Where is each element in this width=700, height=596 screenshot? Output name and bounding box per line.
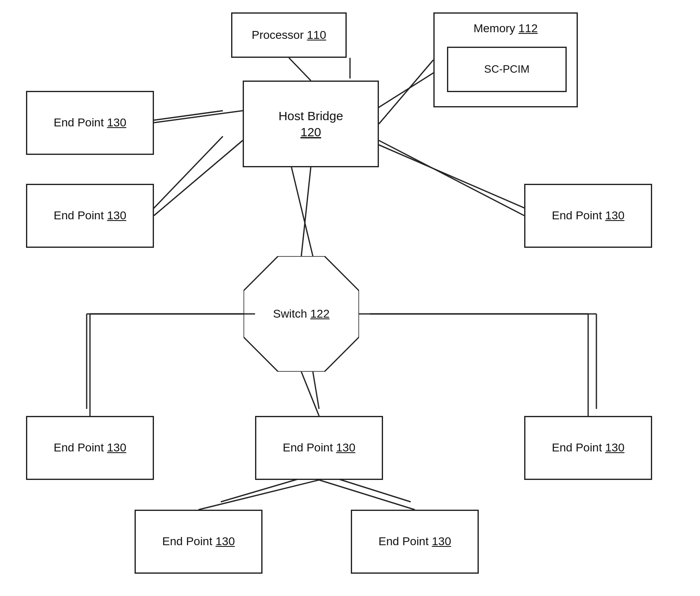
svg-line-2 xyxy=(151,111,223,121)
svg-line-3 xyxy=(151,136,223,211)
endpoint-left-bottom: End Point 130 xyxy=(26,184,154,248)
endpoint-btm-right: End Point 130 xyxy=(351,510,479,574)
svg-line-4 xyxy=(359,136,532,211)
svg-line-16 xyxy=(154,111,243,123)
endpoint-bottom-mid: End Point 130 xyxy=(255,416,383,480)
processor-box: Processor 110 xyxy=(231,12,347,58)
ep-right-top-label: End Point 130 xyxy=(552,208,624,223)
svg-line-17 xyxy=(154,140,243,216)
endpoint-bottom-right: End Point 130 xyxy=(524,416,652,480)
ep-btm-left-label: End Point 130 xyxy=(162,534,235,549)
svg-line-5 xyxy=(291,165,313,256)
svg-line-26 xyxy=(319,480,415,510)
switch-octagon: Switch 122 xyxy=(244,256,359,372)
ep-left-top-label: End Point 130 xyxy=(54,115,126,130)
ep-bot-mid-label: End Point 130 xyxy=(283,440,355,455)
sc-pcim-label: SC-PCIM xyxy=(484,62,530,76)
ep-btm-right-label: End Point 130 xyxy=(378,534,451,549)
ep-bot-right-label: End Point 130 xyxy=(552,440,624,455)
endpoint-btm-left: End Point 130 xyxy=(135,510,262,574)
host-bridge-box: Host Bridge120 xyxy=(243,81,379,167)
svg-line-15 xyxy=(379,60,433,124)
diagram: Processor 110 Memory 112 SC-PCIM Host Br… xyxy=(0,0,700,596)
endpoint-left-top: End Point 130 xyxy=(26,91,154,155)
svg-line-8 xyxy=(313,372,319,409)
svg-line-25 xyxy=(199,480,319,510)
processor-label: Processor 110 xyxy=(252,28,326,43)
endpoint-bottom-left: End Point 130 xyxy=(26,416,154,480)
endpoint-right-top: End Point 130 xyxy=(524,184,652,248)
sc-pcim-box: SC-PCIM xyxy=(447,47,567,92)
ep-left-bot-label: End Point 130 xyxy=(54,208,126,223)
svg-line-19 xyxy=(301,167,311,256)
memory-label: Memory 112 xyxy=(435,21,577,36)
memory-box: Memory 112 SC-PCIM xyxy=(433,12,578,107)
svg-line-18 xyxy=(379,140,524,216)
switch-label: Switch 122 xyxy=(273,307,330,321)
svg-line-22 xyxy=(301,372,319,416)
host-bridge-label: Host Bridge120 xyxy=(279,108,343,140)
ep-bot-left-label: End Point 130 xyxy=(54,440,126,455)
svg-line-14 xyxy=(289,58,311,81)
